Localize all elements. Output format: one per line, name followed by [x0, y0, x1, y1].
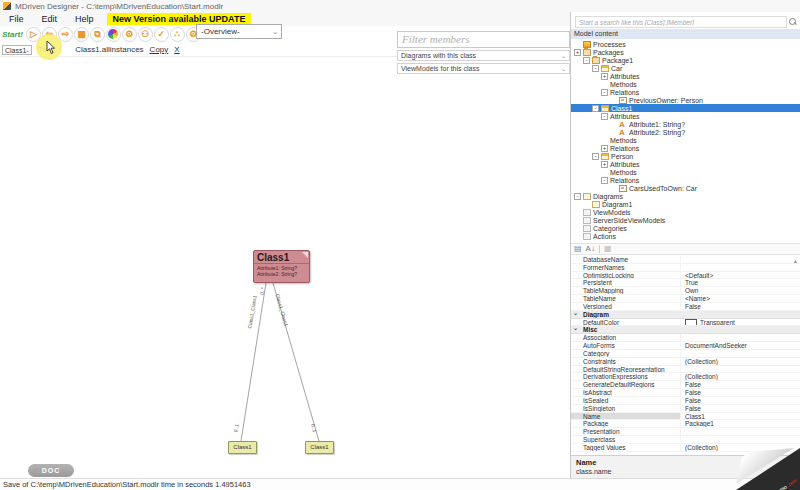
tree-item[interactable]: + Packages	[571, 48, 800, 56]
property-row[interactable]: Category	[571, 350, 800, 358]
property-value[interactable]	[681, 334, 800, 341]
property-value[interactable]: False	[681, 397, 800, 404]
property-value[interactable]	[681, 264, 800, 271]
viewmodels-for-class-dropdown[interactable]: ViewModels for this class ⌄	[397, 63, 570, 74]
class-dropdown[interactable]: Class1 ⌄	[2, 45, 32, 55]
actors-button[interactable]: ⚇	[138, 27, 153, 42]
tree-item[interactable]: ServerSideViewModels	[571, 216, 800, 224]
property-row[interactable]: Superclass	[571, 436, 800, 444]
property-value[interactable]: False	[681, 405, 800, 412]
expander-icon[interactable]: +	[601, 161, 608, 168]
property-row[interactable]: IsSingleton False	[571, 405, 800, 413]
tree-item[interactable]: - Car	[571, 64, 800, 72]
menu-edit[interactable]: Edit	[33, 14, 67, 24]
tree-item[interactable]: CarsUsedToOwn: Car	[571, 184, 800, 192]
copy-link[interactable]: Copy	[150, 45, 169, 54]
property-row[interactable]: Presentation	[571, 428, 800, 436]
tree-item[interactable]: - Diagrams	[571, 192, 800, 200]
property-value[interactable]: True	[681, 279, 800, 286]
property-row[interactable]: OptimisticLocking <Default>	[571, 272, 800, 280]
property-row[interactable]: Constraints (Collection)	[571, 358, 800, 366]
property-value[interactable]: (Collection)	[681, 358, 800, 365]
property-value[interactable]: Own	[681, 287, 800, 294]
diagrams-with-class-dropdown[interactable]: Diagrams with this class ⌄	[397, 50, 570, 61]
expander-icon[interactable]: -	[592, 153, 599, 160]
property-value[interactable]: <Name>	[681, 295, 800, 302]
property-row[interactable]: Name Class1	[571, 413, 800, 421]
tree-item[interactable]: Attribute1: String?	[571, 120, 800, 128]
copy-diagram-button[interactable]: ⧉	[90, 27, 105, 42]
property-value[interactable]: Class1	[681, 413, 800, 420]
expander-icon[interactable]: +	[601, 145, 608, 152]
model-search-input[interactable]	[575, 16, 787, 28]
diagram-instance-box[interactable]: Class1	[305, 441, 334, 454]
property-row[interactable]: DefaultStringRepresentation	[571, 366, 800, 374]
property-row[interactable]: Persistent True	[571, 279, 800, 287]
property-row[interactable]: Package Package1	[571, 420, 800, 428]
tree-item[interactable]: Methods	[571, 168, 800, 176]
tree-item[interactable]: - Class1	[571, 104, 800, 112]
property-row[interactable]: Misc	[571, 326, 800, 334]
categorized-view-icon[interactable]: ▤	[574, 245, 582, 253]
property-value[interactable]	[681, 256, 800, 263]
start-label[interactable]: Start!	[2, 30, 23, 39]
diagram-class-box[interactable]: Class1 Attribute1: String? Attribute2: S…	[253, 250, 310, 283]
property-row[interactable]: FormerNames	[571, 264, 800, 272]
property-value[interactable]: Package1	[681, 420, 800, 427]
tree-item[interactable]: - Person	[571, 152, 800, 160]
close-link[interactable]: X	[174, 45, 179, 54]
property-value[interactable]: (Collection)	[681, 373, 800, 380]
expander-icon[interactable]: -	[601, 113, 608, 120]
expander-icon[interactable]: -	[592, 65, 599, 72]
property-row[interactable]: TableName <Name>	[571, 295, 800, 303]
property-row[interactable]: IsSealed False	[571, 397, 800, 405]
property-value[interactable]: Transparent	[681, 319, 800, 326]
tree-item[interactable]: - Package1	[571, 56, 800, 64]
property-value[interactable]: False	[681, 389, 800, 396]
ocl-expression[interactable]: Class1.allinstances	[75, 45, 143, 54]
overview-dropdown[interactable]: -Overview- ⌄	[196, 24, 282, 39]
property-row[interactable]: DatabaseName	[571, 256, 800, 264]
property-row[interactable]: IsAbstract False	[571, 389, 800, 397]
scroll-up-arrow[interactable]: ▲	[793, 258, 798, 264]
property-value[interactable]: False	[681, 381, 800, 388]
tree-item[interactable]: + Attributes	[571, 72, 800, 80]
property-row[interactable]: GenerateDefaultRegions False	[571, 381, 800, 389]
expander-icon[interactable]: -	[574, 193, 581, 200]
tree-item[interactable]: - Relations	[571, 176, 800, 184]
relations-button[interactable]: ∴	[170, 27, 185, 42]
tree-item[interactable]: + Attributes	[571, 160, 800, 168]
menu-file[interactable]: File	[0, 14, 33, 24]
property-row[interactable]: TableMapping Own	[571, 287, 800, 295]
tree-item[interactable]: Actions	[571, 232, 800, 240]
property-row[interactable]: Versioned False	[571, 303, 800, 311]
tree-item[interactable]: Processes	[571, 40, 800, 48]
property-value[interactable]	[791, 326, 800, 333]
property-row[interactable]: DerivationExpressions (Collection)	[571, 373, 800, 381]
expander-icon[interactable]: -	[592, 105, 599, 112]
property-value[interactable]: DocumentAndSeeker	[681, 342, 800, 349]
property-row[interactable]: Diagram	[571, 311, 800, 319]
forward-button[interactable]: ⇨	[58, 27, 73, 42]
tree-item[interactable]: Methods	[571, 80, 800, 88]
expander-icon[interactable]: +	[601, 73, 608, 80]
property-value[interactable]	[681, 350, 800, 357]
tree-item[interactable]: Diagram1	[571, 200, 800, 208]
filter-members-input[interactable]	[397, 31, 570, 48]
property-value[interactable]: False	[681, 303, 800, 310]
alphabetical-sort-icon[interactable]: A↓	[586, 245, 595, 253]
property-row[interactable]: DefaultColor Transparent	[571, 319, 800, 327]
menu-help[interactable]: Help	[66, 14, 103, 24]
expander-icon[interactable]: -	[583, 57, 590, 64]
expander-icon[interactable]: +	[574, 49, 581, 56]
property-value[interactable]: <Default>	[681, 272, 800, 279]
tree-item[interactable]: - Attributes	[571, 112, 800, 120]
color-wheel-button[interactable]	[106, 27, 121, 42]
property-value[interactable]	[681, 436, 800, 443]
tree-item[interactable]: Methods	[571, 136, 800, 144]
expander-icon[interactable]: -	[601, 89, 608, 96]
tree-item[interactable]: ViewModels	[571, 208, 800, 216]
property-pages-icon[interactable]: ▦	[604, 245, 612, 253]
tree-item[interactable]: - Relations	[571, 88, 800, 96]
property-row[interactable]: Association	[571, 334, 800, 342]
